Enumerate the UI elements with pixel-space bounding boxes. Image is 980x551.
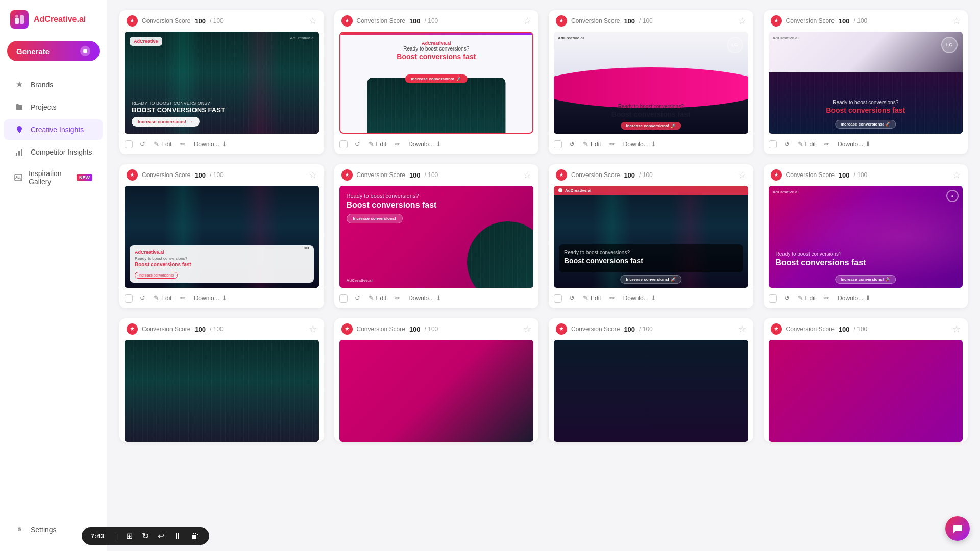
card-actions: ↺ ✎Edit ✏ Downlo...⬇ bbox=[764, 134, 968, 154]
card-image: AdCreative.ai LG Ready to boost conversi… bbox=[769, 32, 963, 134]
score-label: Conversion Score bbox=[142, 17, 190, 24]
sidebar-item-brands[interactable]: Brands bbox=[4, 74, 103, 95]
card-actions: ↺ ✎Edit ✏ Downlo...⬇ bbox=[334, 134, 539, 154]
pencil-button[interactable]: ✏ bbox=[606, 292, 618, 304]
creative-card: Conversion Score 100 / 100 ☆ AdCreative.… bbox=[764, 164, 968, 308]
card-image: AdCreative.ai LG Ready to boost conversi… bbox=[554, 32, 748, 134]
favorite-button[interactable]: ☆ bbox=[952, 323, 961, 335]
select-checkbox[interactable] bbox=[339, 140, 348, 148]
select-checkbox[interactable] bbox=[554, 294, 562, 303]
score-info: Conversion Score 100 / 100 bbox=[771, 169, 868, 181]
edit-button[interactable]: ✎Edit bbox=[580, 138, 604, 150]
ad-main-title: BOOST CONVERSIONS FAST bbox=[132, 107, 312, 114]
card-header: Conversion Score 100 / 100 ☆ bbox=[549, 318, 753, 340]
generate-button[interactable]: Generate bbox=[7, 41, 100, 61]
sidebar-item-inspiration-gallery[interactable]: Inspiration Gallery NEW bbox=[4, 164, 103, 191]
favorite-button[interactable]: ☆ bbox=[523, 169, 531, 181]
svg-point-2 bbox=[15, 15, 18, 18]
pause-button[interactable]: ⏸ bbox=[173, 532, 183, 541]
favorite-button[interactable]: ☆ bbox=[309, 169, 317, 181]
score-info: Conversion Score 100 / 100 bbox=[771, 15, 868, 27]
favorite-button[interactable]: ☆ bbox=[952, 15, 961, 27]
download-button[interactable]: Downlo...⬇ bbox=[405, 138, 445, 150]
pencil-button[interactable]: ✏ bbox=[177, 138, 189, 150]
edit-button[interactable]: ✎Edit bbox=[365, 138, 390, 150]
select-checkbox[interactable] bbox=[554, 140, 562, 148]
refresh-icon: ↺ bbox=[569, 294, 575, 302]
edit-button[interactable]: ✎Edit bbox=[580, 292, 604, 304]
download-button[interactable]: Downlo... ⬇ bbox=[191, 138, 230, 150]
card-image: Ready to boost conversions? Boost conver… bbox=[339, 186, 534, 288]
edit-button[interactable]: ✎Edit bbox=[795, 292, 819, 304]
sidebar-item-projects[interactable]: Projects bbox=[4, 97, 103, 117]
download-button[interactable]: Downlo...⬇ bbox=[405, 292, 445, 304]
pencil-button[interactable]: ✏ bbox=[606, 138, 618, 150]
score-info: Conversion Score 100 / 100 bbox=[127, 15, 224, 27]
select-checkbox[interactable] bbox=[769, 140, 777, 148]
select-checkbox[interactable] bbox=[125, 140, 133, 148]
app-logo-icon bbox=[10, 10, 29, 29]
score-icon bbox=[341, 169, 353, 181]
card-header: Conversion Score 100 / 100 ☆ bbox=[334, 318, 539, 340]
select-checkbox[interactable] bbox=[125, 294, 133, 303]
edit-button[interactable]: ✎Edit bbox=[795, 138, 819, 150]
card-actions: ↺ ✎ Edit ✏ Downlo... ⬇ bbox=[119, 134, 324, 154]
edit-button[interactable]: ✎Edit bbox=[151, 292, 175, 304]
download-button[interactable]: Downlo...⬇ bbox=[620, 138, 659, 150]
svg-rect-6 bbox=[15, 174, 22, 181]
download-button[interactable]: Downlo...⬇ bbox=[835, 138, 874, 150]
edit-button[interactable]: ✎Edit bbox=[365, 292, 390, 304]
favorite-button[interactable]: ☆ bbox=[309, 15, 317, 27]
refresh-button[interactable]: ↺ bbox=[566, 292, 578, 304]
favorite-button[interactable]: ☆ bbox=[523, 323, 531, 335]
score-info: Conversion Score 100 / 100 bbox=[341, 323, 438, 335]
refresh-button[interactable]: ↺ bbox=[352, 292, 363, 304]
pencil-button[interactable]: ✏ bbox=[391, 292, 403, 304]
refresh-button[interactable]: ↺ bbox=[781, 292, 793, 304]
download-button[interactable]: Downlo...⬇ bbox=[191, 292, 230, 304]
download-icon: ⬇ bbox=[865, 294, 871, 302]
edit-button[interactable]: ✎ Edit bbox=[151, 138, 175, 150]
refresh-icon: ↺ bbox=[140, 140, 145, 148]
download-button[interactable]: Downlo...⬇ bbox=[835, 292, 874, 304]
chat-button[interactable] bbox=[945, 516, 970, 541]
sidebar-item-creative-insights[interactable]: Creative Insights bbox=[4, 119, 103, 140]
refresh-all-button[interactable]: ↻ bbox=[141, 531, 150, 541]
pencil-button[interactable]: ✏ bbox=[821, 138, 832, 150]
favorite-button[interactable]: ☆ bbox=[523, 15, 531, 27]
grid-view-button[interactable]: ⊞ bbox=[125, 531, 134, 541]
select-checkbox[interactable] bbox=[339, 294, 348, 303]
select-checkbox[interactable] bbox=[769, 294, 777, 303]
favorite-button[interactable]: ☆ bbox=[738, 15, 746, 27]
refresh-icon: ↺ bbox=[355, 140, 360, 148]
pencil-button[interactable]: ✏ bbox=[391, 138, 403, 150]
svg-rect-3 bbox=[16, 153, 17, 156]
download-button[interactable]: Downlo...⬇ bbox=[620, 292, 659, 304]
card-header: Conversion Score 100 / 100 ☆ bbox=[119, 10, 324, 32]
refresh-button[interactable]: ↺ bbox=[566, 138, 578, 150]
refresh-button[interactable]: ↺ bbox=[137, 292, 149, 304]
card-image: AdCreative.ai Ready to boost conversions… bbox=[554, 186, 748, 288]
favorite-button[interactable]: ☆ bbox=[738, 169, 746, 181]
favorite-button[interactable]: ☆ bbox=[738, 323, 746, 335]
score-total: / 100 bbox=[425, 17, 438, 24]
undo-button[interactable]: ↩ bbox=[157, 531, 165, 541]
favorite-button[interactable]: ☆ bbox=[952, 169, 961, 181]
generate-dot bbox=[80, 46, 90, 56]
sidebar-item-competitor-insights[interactable]: Competitor Insights bbox=[4, 142, 103, 162]
pencil-button[interactable]: ✏ bbox=[821, 292, 832, 304]
delete-button[interactable]: 🗑 bbox=[190, 532, 200, 541]
ad-overlay: AdCreative READY TO BOOST CONVERSIONS? B… bbox=[125, 32, 319, 134]
pencil-button[interactable]: ✏ bbox=[177, 292, 189, 304]
favorite-button[interactable]: ☆ bbox=[309, 323, 317, 335]
card-header: Conversion Score 100 / 100 ☆ bbox=[334, 10, 539, 32]
score-info: Conversion Score 100 / 100 bbox=[771, 323, 868, 335]
score-total: / 100 bbox=[639, 17, 653, 24]
refresh-button[interactable]: ↺ bbox=[352, 138, 363, 150]
refresh-button[interactable]: ↺ bbox=[137, 138, 149, 150]
pencil-icon: ✏ bbox=[180, 294, 186, 302]
svg-rect-4 bbox=[18, 151, 20, 156]
gear-icon bbox=[14, 524, 24, 535]
creative-insights-label: Creative Insights bbox=[31, 126, 84, 134]
refresh-button[interactable]: ↺ bbox=[781, 138, 793, 150]
